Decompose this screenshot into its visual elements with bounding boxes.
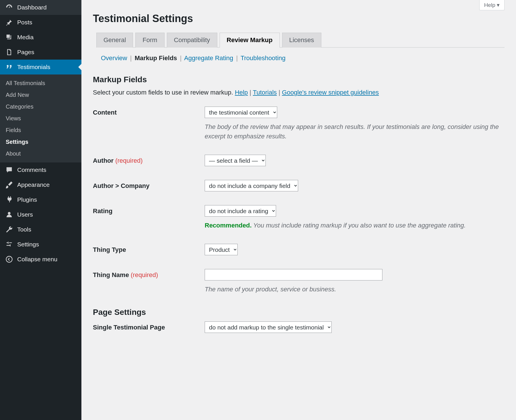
help-dropdown-button[interactable]: Help	[479, 0, 505, 10]
row-thing-type: Thing Type Product	[93, 244, 505, 255]
rating-desc: Recommended. You must include rating mar…	[205, 221, 505, 230]
wrench-icon	[5, 225, 13, 233]
row-content: Content the testimonial content The body…	[93, 107, 505, 141]
collapse-icon	[5, 255, 13, 263]
separator: |	[180, 54, 182, 62]
menu-label: Appearance	[17, 181, 50, 188]
section-markup-fields-title: Markup Fields	[93, 75, 505, 84]
menu-testimonials[interactable]: Testimonials	[0, 60, 81, 74]
quote-icon	[5, 63, 13, 71]
menu-label: Testimonials	[17, 64, 50, 70]
row-single-page: Single Testimonial Page do not add marku…	[93, 321, 505, 333]
label-single-page: Single Testimonial Page	[93, 321, 205, 331]
google-guidelines-link[interactable]: Google's review snippet guidelines	[282, 89, 379, 96]
user-icon	[5, 211, 13, 219]
tab-general[interactable]: General	[96, 33, 133, 48]
label-content: Content	[93, 107, 205, 116]
submenu-settings[interactable]: Settings	[0, 136, 81, 148]
pages-icon	[5, 48, 13, 56]
subtab-aggregate-rating[interactable]: Aggregate Rating	[184, 54, 233, 62]
gauge-icon	[5, 3, 13, 11]
author-select[interactable]: — select a field —	[205, 155, 266, 166]
section-page-settings-title: Page Settings	[93, 308, 505, 317]
content-select[interactable]: the testimonial content	[205, 107, 277, 118]
menu-appearance[interactable]: Appearance	[0, 177, 81, 192]
menu-label: Pages	[17, 49, 34, 56]
label-thing-type: Thing Type	[93, 244, 205, 254]
tab-compatibility[interactable]: Compatibility	[167, 33, 217, 48]
submenu-all[interactable]: All Testimonials	[0, 77, 81, 89]
brush-icon	[5, 181, 13, 189]
content-desc: The body of the review that may appear i…	[205, 122, 505, 141]
tutorials-link[interactable]: Tutorials	[253, 89, 277, 96]
submenu-categories[interactable]: Categories	[0, 101, 81, 113]
menu-settings[interactable]: Settings	[0, 237, 81, 252]
tab-licenses[interactable]: Licenses	[282, 33, 321, 48]
menu-label: Collapse menu	[17, 256, 57, 263]
media-icon	[5, 33, 13, 41]
admin-sidebar: Dashboard Posts Media Pages Testimonials…	[0, 0, 81, 420]
comment-icon	[5, 166, 13, 174]
thing-name-input[interactable]	[205, 269, 382, 280]
label-thing-name: Thing Name (required)	[93, 269, 205, 279]
label-rating: Rating	[93, 205, 205, 215]
menu-tools[interactable]: Tools	[0, 222, 81, 237]
single-page-select[interactable]: do not add markup to the single testimon…	[205, 321, 332, 333]
menu-label: Dashboard	[17, 4, 47, 11]
recommended-badge: Recommended.	[205, 222, 252, 229]
submenu-add-new[interactable]: Add New	[0, 89, 81, 101]
menu-posts[interactable]: Posts	[0, 15, 81, 30]
testimonials-submenu: All Testimonials Add New Categories View…	[0, 74, 81, 162]
row-rating: Rating do not include a rating Recommend…	[93, 205, 505, 230]
menu-plugins[interactable]: Plugins	[0, 192, 81, 207]
thing-type-select[interactable]: Product	[205, 244, 238, 255]
separator: |	[236, 54, 238, 62]
label-author-company: Author > Company	[93, 180, 205, 190]
subtab-overview[interactable]: Overview	[101, 54, 127, 62]
main-content: Help Testimonial Settings General Form C…	[81, 0, 516, 420]
section-markup-fields-desc: Select your custom fields to use in revi…	[93, 89, 505, 96]
rating-select[interactable]: do not include a rating	[205, 205, 276, 217]
sliders-icon	[5, 240, 13, 248]
menu-label: Posts	[17, 19, 32, 26]
menu-label: Users	[17, 211, 33, 218]
label-author: Author (required)	[93, 155, 205, 164]
menu-label: Plugins	[17, 196, 37, 203]
row-thing-name: Thing Name (required) The name of your p…	[93, 269, 505, 294]
author-company-select[interactable]: do not include a company field	[205, 180, 298, 191]
menu-label: Settings	[17, 241, 39, 248]
menu-label: Media	[17, 34, 34, 41]
plug-icon	[5, 196, 13, 204]
svg-point-0	[6, 256, 12, 262]
separator: |	[279, 89, 282, 96]
subtab-troubleshooting[interactable]: Troubleshooting	[241, 54, 286, 62]
thing-name-desc: The name of your product, service or bus…	[205, 284, 505, 294]
required-tag: (required)	[131, 271, 158, 278]
menu-label: Comments	[17, 166, 46, 173]
tab-form[interactable]: Form	[135, 33, 164, 48]
menu-comments[interactable]: Comments	[0, 162, 81, 177]
desc-text: Select your custom fields to use in revi…	[93, 89, 235, 96]
help-link[interactable]: Help	[235, 89, 248, 96]
settings-tabs: General Form Compatibility Review Markup…	[96, 33, 505, 48]
menu-media[interactable]: Media	[0, 30, 81, 45]
page-title: Testimonial Settings	[93, 0, 505, 33]
subtab-markup-fields[interactable]: Markup Fields	[135, 54, 177, 62]
menu-pages[interactable]: Pages	[0, 45, 81, 60]
menu-dashboard[interactable]: Dashboard	[0, 0, 81, 15]
menu-users[interactable]: Users	[0, 207, 81, 222]
row-author-company: Author > Company do not include a compan…	[93, 180, 505, 191]
required-tag: (required)	[115, 157, 142, 164]
pin-icon	[5, 18, 13, 26]
tab-review-markup[interactable]: Review Markup	[220, 33, 280, 48]
submenu-fields[interactable]: Fields	[0, 124, 81, 136]
subtab-nav: Overview | Markup Fields | Aggregate Rat…	[93, 48, 505, 62]
submenu-about[interactable]: About	[0, 148, 81, 160]
menu-collapse[interactable]: Collapse menu	[0, 252, 81, 267]
submenu-views[interactable]: Views	[0, 113, 81, 124]
menu-label: Tools	[17, 226, 31, 233]
separator: |	[130, 54, 132, 62]
separator: |	[250, 89, 253, 96]
row-author: Author (required) — select a field —	[93, 155, 505, 166]
